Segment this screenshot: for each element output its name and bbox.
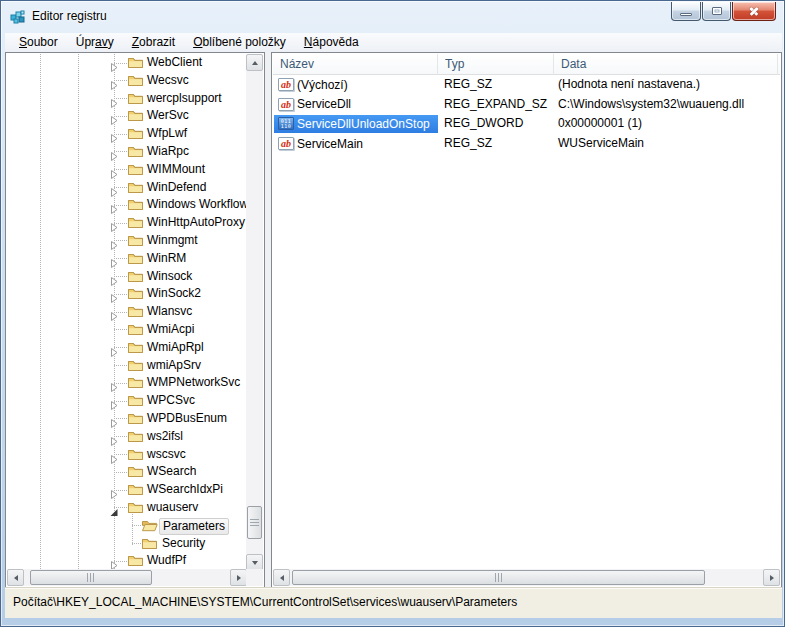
column-header-data[interactable]: Data: [554, 54, 778, 75]
tree-item-label[interactable]: wercplsupport: [147, 91, 222, 106]
tree-item-windefend[interactable]: WinDefend: [7, 179, 247, 197]
tree-item-label[interactable]: WPCSvc: [147, 393, 195, 408]
scroll-right-button[interactable]: [230, 569, 247, 586]
column-header-name[interactable]: Název: [273, 54, 438, 75]
tree-item-label[interactable]: WudfPf: [147, 553, 186, 568]
tree-item-wlansvc[interactable]: Wlansvc: [7, 303, 247, 321]
tree-item-webclient[interactable]: WebClient: [7, 54, 247, 72]
expand-icon[interactable]: [110, 111, 119, 120]
tree-item-wpdbusenum[interactable]: WPDBusEnum: [7, 410, 247, 428]
expand-icon[interactable]: [110, 432, 119, 441]
tree-vertical-scrollbar[interactable]: [246, 54, 263, 571]
tree-item-ws2ifsl[interactable]: ws2ifsl: [7, 428, 247, 446]
tree-item-wsearch[interactable]: WSearch: [7, 463, 247, 481]
tree-item-label[interactable]: WinDefend: [147, 180, 206, 195]
tree-item-label[interactable]: Parameters: [159, 518, 229, 535]
close-button[interactable]: [732, 2, 776, 21]
expand-icon[interactable]: [110, 200, 119, 209]
tree-item-wmiapsrv[interactable]: wmiApSrv: [7, 357, 247, 375]
tree-item-label[interactable]: WinHttpAutoProxy: [147, 215, 245, 230]
expand-icon[interactable]: [110, 58, 119, 67]
tree-item-label[interactable]: wuauserv: [147, 500, 198, 515]
scroll-left-button[interactable]: [7, 569, 24, 586]
scroll-up-button[interactable]: [246, 54, 263, 71]
tree-item-winrm[interactable]: WinRM: [7, 250, 247, 268]
tree-item-label[interactable]: Wecsvc: [147, 73, 189, 88]
column-header-type[interactable]: Typ: [438, 54, 554, 75]
scroll-left-button[interactable]: [273, 569, 290, 586]
registry-value-row[interactable]: abServiceMainREG_SZWUServiceMain: [273, 134, 780, 154]
tree-item-label[interactable]: Winmgmt: [147, 233, 198, 248]
tree-item-wfplwf[interactable]: WfpLwf: [7, 125, 247, 143]
tree-item-label[interactable]: Windows Workflow: [147, 197, 247, 212]
value-name-cell[interactable]: abServiceDll: [274, 95, 438, 114]
scroll-right-button[interactable]: [763, 569, 780, 586]
tree-item-label[interactable]: WIMMount: [147, 162, 205, 177]
registry-value-row[interactable]: 011110ServiceDllUnloadOnStopREG_DWORD0x0…: [273, 114, 780, 134]
tree-item-wpcsvc[interactable]: WPCSvc: [7, 392, 247, 410]
restore-button[interactable]: [702, 2, 731, 21]
tree-item-label[interactable]: WebClient: [147, 55, 202, 70]
tree-item-parameters[interactable]: Parameters: [7, 517, 247, 535]
tree-item-wiarpc[interactable]: WiaRpc: [7, 143, 247, 161]
expand-icon[interactable]: [110, 378, 119, 387]
menu-item-oblibene-polozky[interactable]: Oblíbené položky: [184, 33, 295, 52]
menu-item-napoveda[interactable]: Nápověda: [295, 33, 368, 52]
tree-item-wscsvc[interactable]: wscsvc: [7, 446, 247, 464]
expand-icon[interactable]: [110, 307, 119, 316]
value-name-cell[interactable]: abServiceMain: [274, 134, 438, 153]
tree-item-windows-workflow[interactable]: Windows Workflow: [7, 196, 247, 214]
tree-item-wersvc[interactable]: WerSvc: [7, 107, 247, 125]
tree-item-label[interactable]: WinRM: [147, 251, 186, 266]
tree-item-label[interactable]: ws2ifsl: [147, 429, 183, 444]
tree-item-label[interactable]: Wlansvc: [147, 304, 192, 319]
menu-item-soubor[interactable]: Soubor: [10, 33, 67, 52]
menu-item-zobrazit[interactable]: Zobrazit: [123, 33, 184, 52]
value-name-cell[interactable]: 011110ServiceDllUnloadOnStop: [274, 115, 438, 134]
tree-item-label[interactable]: WerSvc: [147, 108, 189, 123]
expand-icon[interactable]: [110, 129, 119, 138]
tree-item-label[interactable]: wmiApSrv: [147, 358, 201, 373]
tree-item-label[interactable]: WSearchIdxPi: [147, 482, 223, 497]
tree-item-wmpnetworksvc[interactable]: WMPNetworkSvc: [7, 374, 247, 392]
expand-icon[interactable]: [110, 254, 119, 263]
tree-item-wmiaprpl[interactable]: WmiApRpl: [7, 339, 247, 357]
tree-item-label[interactable]: WiaRpc: [147, 144, 189, 159]
title-bar[interactable]: Editor registru: [1, 1, 784, 33]
tree-item-label[interactable]: Winsock: [147, 269, 192, 284]
expand-icon[interactable]: [110, 289, 119, 298]
tree-item-winhttpautoproxy[interactable]: WinHttpAutoProxy: [7, 214, 247, 232]
expand-icon[interactable]: [110, 76, 119, 85]
collapse-icon[interactable]: [110, 503, 119, 512]
vertical-scroll-thumb[interactable]: [247, 506, 262, 539]
tree-item-label[interactable]: WPDBusEnum: [147, 411, 227, 426]
horizontal-scroll-thumb[interactable]: [30, 570, 152, 585]
expand-icon[interactable]: [110, 414, 119, 423]
expand-icon[interactable]: [110, 396, 119, 405]
tree-item-wmiacpi[interactable]: WmiAcpi: [7, 321, 247, 339]
expand-icon[interactable]: [110, 183, 119, 192]
tree-item-label[interactable]: WSearch: [147, 464, 196, 479]
tree-item-wecsvc[interactable]: Wecsvc: [7, 72, 247, 90]
tree-item-label[interactable]: Security: [162, 536, 205, 551]
registry-value-row[interactable]: ab(Výchozí)REG_SZ(Hodnota není nastavena…: [273, 75, 780, 95]
tree-horizontal-scrollbar[interactable]: [7, 569, 247, 586]
tree-item-wuauserv[interactable]: wuauserv: [7, 499, 247, 517]
expand-icon[interactable]: [110, 485, 119, 494]
tree-item-winsock2[interactable]: WinSock2: [7, 285, 247, 303]
horizontal-scroll-thumb[interactable]: [292, 570, 705, 585]
tree-item-label[interactable]: WinSock2: [147, 286, 201, 301]
minimize-button[interactable]: [671, 2, 701, 21]
list-horizontal-scrollbar[interactable]: [273, 569, 780, 586]
expand-icon[interactable]: [110, 94, 119, 103]
tree-item-security[interactable]: Security: [7, 535, 247, 553]
expand-icon[interactable]: [110, 147, 119, 156]
expand-icon[interactable]: [110, 450, 119, 459]
tree-item-winmgmt[interactable]: Winmgmt: [7, 232, 247, 250]
tree-item-wudfpf[interactable]: WudfPf: [7, 552, 247, 570]
expand-icon[interactable]: [110, 236, 119, 245]
tree-item-label[interactable]: wscsvc: [147, 447, 186, 462]
tree-item-wercplsupport[interactable]: wercplsupport: [7, 90, 247, 108]
tree-item-label[interactable]: WmiAcpi: [147, 322, 194, 337]
tree-item-label[interactable]: WfpLwf: [147, 126, 187, 141]
